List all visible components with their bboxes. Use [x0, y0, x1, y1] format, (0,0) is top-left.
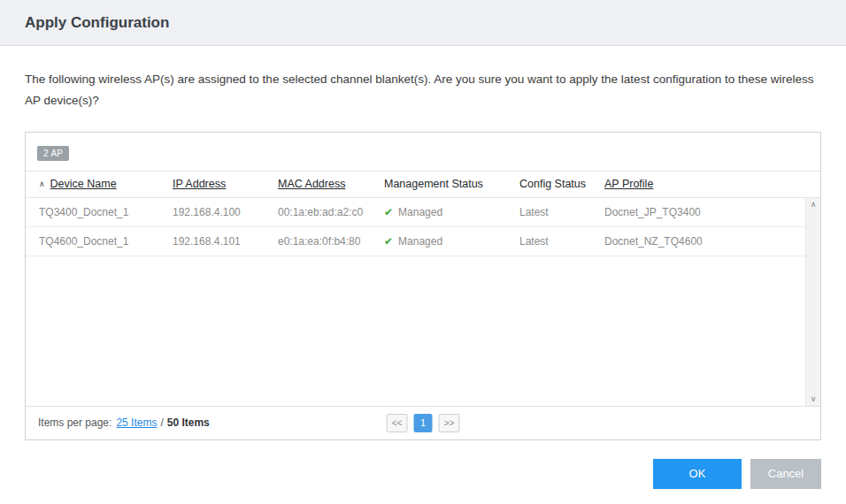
managed-check-icon: ✔: [384, 235, 393, 248]
cell-management-status: ✔Managed: [384, 206, 519, 218]
cell-mac-address: 00:1a:eb:ad:a2:c0: [278, 206, 384, 218]
cell-ip-address: 192.168.4.100: [173, 206, 278, 218]
management-status-text: Managed: [398, 235, 442, 248]
pagination: << 1 >>: [387, 414, 460, 432]
cancel-button[interactable]: Cancel: [750, 459, 821, 489]
column-header-device-name[interactable]: ∧ Device Name: [39, 178, 173, 190]
sort-asc-icon: ∧: [39, 180, 45, 188]
ap-count-badge: 2 AP: [37, 146, 69, 161]
table-row[interactable]: TQ4600_Docnet_1 192.168.4.101 e0:1a:ea:0…: [26, 227, 805, 256]
table-header-row: ∧ Device Name IP Address MAC Address Man…: [26, 171, 820, 198]
dialog-header: Apply Configuration: [0, 0, 846, 46]
ok-button[interactable]: OK: [653, 459, 742, 489]
column-label-mac-address: MAC Address: [278, 178, 345, 190]
current-page-button[interactable]: 1: [414, 414, 433, 432]
vertical-scrollbar[interactable]: ∧ ∨: [805, 198, 820, 406]
column-header-mac-address[interactable]: MAC Address: [278, 178, 384, 190]
cell-device-name: TQ3400_Docnet_1: [39, 206, 173, 218]
apply-configuration-dialog: Apply Configuration The following wirele…: [0, 0, 846, 504]
scroll-up-icon[interactable]: ∧: [811, 201, 817, 209]
scroll-down-icon[interactable]: ∨: [811, 395, 817, 403]
next-page-button[interactable]: >>: [439, 414, 460, 432]
table-row[interactable]: TQ3400_Docnet_1 192.168.4.100 00:1a:eb:a…: [26, 198, 805, 227]
column-label-management-status: Management Status: [384, 178, 483, 190]
table-body: TQ3400_Docnet_1 192.168.4.100 00:1a:eb:a…: [26, 198, 820, 406]
managed-check-icon: ✔: [384, 206, 393, 218]
column-label-config-status: Config Status: [519, 178, 586, 190]
ap-table-panel: 2 AP ∧ Device Name IP Address MAC Addres…: [25, 132, 821, 440]
items-separator: /: [160, 416, 163, 429]
column-header-config-status: Config Status: [519, 178, 604, 190]
cell-management-status: ✔Managed: [384, 235, 519, 248]
cell-ap-profile: Docnet_NZ_TQ4600: [604, 235, 805, 248]
badge-row: 2 AP: [26, 133, 820, 171]
dialog-body: The following wireless AP(s) are assigne…: [0, 69, 846, 489]
cell-config-status: Latest: [519, 235, 604, 248]
column-label-ip-address: IP Address: [173, 178, 226, 190]
items-per-page-label: Items per page:: [38, 416, 112, 429]
column-header-ip-address[interactable]: IP Address: [173, 178, 278, 190]
dialog-title: Apply Configuration: [25, 14, 169, 32]
management-status-text: Managed: [398, 206, 442, 218]
column-label-device-name: Device Name: [50, 178, 117, 190]
column-header-management-status: Management Status: [384, 178, 519, 190]
cell-ap-profile: Docnet_JP_TQ3400: [604, 206, 805, 218]
table-rows: TQ3400_Docnet_1 192.168.4.100 00:1a:eb:a…: [26, 198, 805, 406]
cell-config-status: Latest: [519, 206, 604, 218]
cell-device-name: TQ4600_Docnet_1: [39, 235, 173, 248]
dialog-actions: OK Cancel: [25, 459, 821, 489]
confirmation-message: The following wireless AP(s) are assigne…: [25, 69, 821, 112]
cell-ip-address: 192.168.4.101: [173, 235, 278, 248]
column-header-ap-profile[interactable]: AP Profile: [604, 178, 820, 190]
total-items-label: 50 Items: [167, 416, 210, 429]
cell-mac-address: e0:1a:ea:0f:b4:80: [278, 235, 384, 248]
table-footer: Items per page: 25 Items / 50 Items << 1…: [26, 406, 820, 439]
column-label-ap-profile: AP Profile: [604, 178, 653, 190]
items-per-page-link[interactable]: 25 Items: [116, 416, 157, 429]
prev-page-button[interactable]: <<: [387, 414, 408, 432]
